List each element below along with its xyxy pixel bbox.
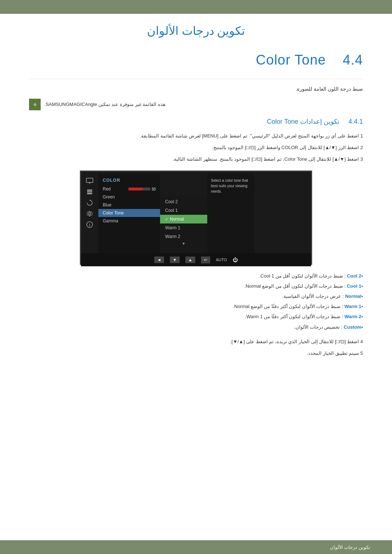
osd-hint-text: Select a color tone that best suits your… <box>211 178 248 193</box>
note-text: هذه القائمة غير متوفرة عند تمكين SAMSUNG… <box>44 102 166 107</box>
osd-menu-item-green: Green <box>98 193 160 201</box>
svg-marker-8 <box>90 200 91 201</box>
osd-bottom-bar: ◄ ▼ ▲ ↵ AUTO ⏻ <box>81 253 311 266</box>
note-box: هذه القائمة غير متوفرة عند تمكين SAMSUNG… <box>29 99 363 110</box>
bullet-warm2: •Warm 2 : ضبط درجات الألوان لتكون أكثر د… <box>29 313 363 321</box>
osd-auto-label: AUTO <box>216 258 227 262</box>
osd-submenu-warm2: Warm 2 <box>160 232 207 241</box>
bullet-custom: •Custom : تخصيص درجات الألوان. <box>29 323 363 331</box>
osd-btn-down: ▼ <box>170 257 180 263</box>
osd-icon-settings <box>84 210 95 218</box>
bullet-cool1: •Cool 1 : ضبط درجات الألوان لتكون أقل من… <box>29 282 363 290</box>
osd-menu-label-blue: Blue <box>103 202 111 208</box>
divider <box>29 79 363 79</box>
osd-submenu-cool1: Cool 1 <box>160 206 207 215</box>
svg-text:i: i <box>89 223 90 227</box>
step-4: 4 اضغط [⊡/□] للانتقال إلى الخيار الذي تر… <box>29 338 363 346</box>
osd-power-btn: ⏻ <box>233 257 238 263</box>
osd-submenu-arrow: ▼ <box>160 241 207 246</box>
osd-menu-item-red: Red 50 <box>98 185 160 193</box>
monitor-screen: i COLOR Red 50 <box>80 171 312 265</box>
sub-section-title: تكوين إعدادات Color Tone <box>267 118 339 125</box>
magic-angle-icon: ⚙ <box>29 99 41 110</box>
bullet-list: •Cool 2 : ضبط درجات الألوان لتكون أقل من… <box>29 272 363 331</box>
osd-red-value: 50 <box>152 187 156 191</box>
bullet-cool2: •Cool 2 : ضبط درجات الألوان لتكون أقل من… <box>29 272 363 280</box>
osd-menu-item-colortone: Color Tone <box>98 209 160 217</box>
sub-section-number: 4.4.1 <box>348 118 363 125</box>
osd-menu-item-gamma: Gamma <box>98 217 160 225</box>
osd-submenu-warm1: Warm 1 <box>160 223 207 232</box>
osd-icon-rotate <box>84 199 95 207</box>
step-3: 3 اضغط [▼/▲] للانتقال إلى Color Tone، ثم… <box>29 155 363 163</box>
osd-btn-up: ▲ <box>185 257 195 263</box>
osd-btn-enter: ↵ <box>201 257 210 263</box>
section-heading: Color Tone 4.4 <box>29 52 363 68</box>
monitor-screenshot: i COLOR Red 50 <box>80 171 312 265</box>
osd-menu-label-red: Red <box>103 186 111 192</box>
section-number: 4.4 <box>343 52 363 67</box>
osd-menu-item-blue: Blue <box>98 201 160 209</box>
step-2: 2 اضغط الزر [▼/▲] للانتقال إلى COLOR واض… <box>29 144 363 152</box>
osd-menu-label-green: Green <box>103 194 115 200</box>
sub-section-heading: 4.4.1 تكوين إعدادات Color Tone <box>29 118 363 126</box>
osd-icon-display <box>84 177 95 185</box>
section-title: Color Tone <box>256 52 326 67</box>
footer-text: تكوين درجات الألوان <box>330 545 370 550</box>
osd-btn-left: ◄ <box>154 257 164 263</box>
osd-overlay: i COLOR Red 50 <box>81 173 311 253</box>
top-bar <box>0 0 392 14</box>
osd-hint-panel: Select a color tone that best suits your… <box>207 173 254 253</box>
osd-menu-label-colortone: Color Tone <box>103 210 124 216</box>
footer-bar: تكوين درجات الألوان <box>0 540 392 554</box>
svg-text:⚙: ⚙ <box>33 103 37 107</box>
osd-submenu: Cool 2 Cool 1 Normal Warm 1 Warm 2 ▼ <box>160 195 207 253</box>
osd-submenu-cool2: Cool 2 <box>160 197 207 206</box>
osd-menu-label-gamma: Gamma <box>103 218 118 223</box>
main-content: Color Tone 4.4 ضبط درجة اللون العامة للص… <box>0 45 392 383</box>
section-description: ضبط درجة اللون العامة للصورة. <box>29 85 363 94</box>
osd-menu-header: COLOR <box>98 176 160 185</box>
svg-point-9 <box>89 213 91 215</box>
step-1: 1 اضغط على أي زر بواجهة المنتج لعرض الدل… <box>29 132 363 140</box>
osd-submenu-normal: Normal <box>160 215 207 223</box>
osd-color-menu: COLOR Red 50 Green <box>98 173 160 253</box>
page-title-arabic: تكوين درجات الألوان <box>0 14 392 45</box>
step-5: 5 سيتم تطبيق الخيار المحدد. <box>29 349 363 357</box>
osd-icon-menu <box>84 188 95 196</box>
osd-sidebar: i <box>81 173 98 253</box>
osd-icon-info: i <box>84 221 95 229</box>
bullet-warm1: •Warm 1 : ضبط درجات الألوان لتكون أكثر د… <box>29 303 363 311</box>
svg-rect-2 <box>86 178 93 182</box>
bullet-normal: •Normal : عرض درجات الألوان القياسية. <box>29 292 363 300</box>
